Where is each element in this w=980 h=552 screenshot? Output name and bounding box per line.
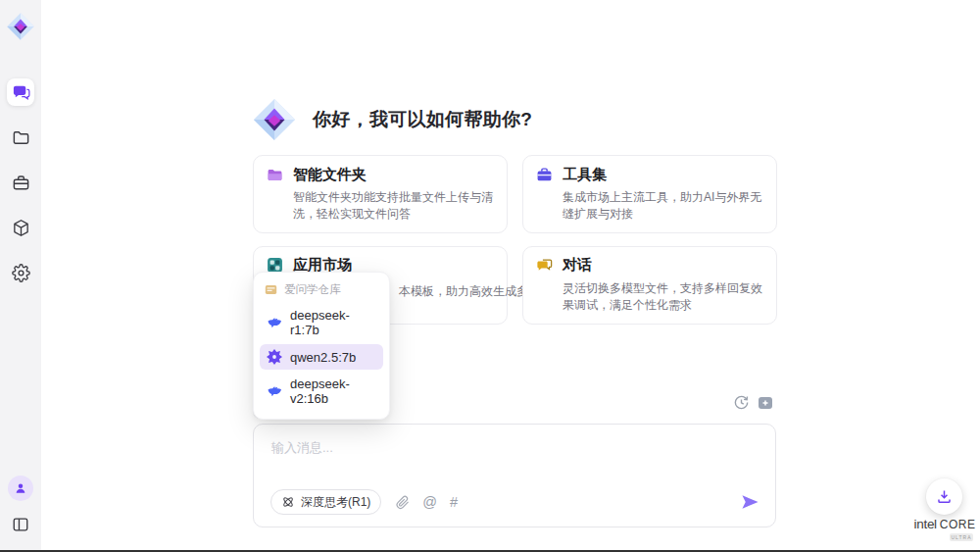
sidebar-item-chat[interactable] [7, 78, 34, 106]
send-icon [741, 494, 760, 510]
hash-icon[interactable]: # [450, 495, 458, 510]
gem-logo-icon [6, 11, 35, 42]
user-avatar[interactable] [8, 476, 33, 501]
card-smart-folder[interactable]: 智能文件夹 智能文件夹功能支持批量文件上传与清洗，轻松实现文件问答 [253, 155, 508, 233]
send-button[interactable] [741, 494, 760, 510]
model-option-label: qwen2.5:7b [290, 350, 356, 365]
greeting-text: 你好，我可以如何帮助你? [313, 107, 532, 132]
dialog-icon [536, 257, 553, 274]
app-window: 你好，我可以如何帮助你? 智能文件夹 智能文件夹功能支持批量文件上传与清洗，轻松… [0, 0, 980, 552]
new-chat-button[interactable] [758, 395, 773, 411]
chat-bubbles-icon [12, 83, 30, 102]
composer-toolbar: 深度思考(R1) @ # [270, 489, 760, 515]
paperclip-icon[interactable] [396, 495, 410, 510]
qwen-icon [267, 349, 282, 365]
deep-think-icon [281, 495, 295, 509]
chat-actions [733, 394, 773, 411]
card-title: 对话 [563, 256, 592, 275]
repository-icon [265, 283, 277, 296]
message-input[interactable] [254, 425, 775, 485]
deepseek-icon [267, 315, 282, 330]
sidebar-item-folders[interactable] [7, 124, 34, 151]
gear-icon [12, 264, 30, 282]
history-icon [733, 394, 750, 411]
history-button[interactable] [733, 394, 750, 411]
deep-think-toggle[interactable]: 深度思考(R1) [270, 489, 381, 515]
model-dropdown: 爱问学仓库 deepseek-r1:7b qwen2.5:7b [253, 272, 390, 420]
intel-sub-badge: ultra [950, 533, 973, 541]
briefcase-icon [12, 174, 30, 192]
intel-core-badge: intel core ultra [912, 517, 977, 541]
card-dialog[interactable]: 对话 灵活切换多模型文件，支持多样回复效果调试，满足个性化需求 [522, 246, 777, 325]
card-description: 灵活切换多模型文件，支持多样回复效果调试，满足个性化需求 [563, 280, 766, 315]
deepseek-icon [267, 383, 282, 399]
model-option-label: deepseek-v2:16b [290, 376, 376, 406]
download-icon [936, 488, 953, 505]
sidebar-nav [7, 78, 34, 286]
model-option-deepseek-v2[interactable]: deepseek-v2:16b [260, 372, 383, 411]
repository-label: 爱问学仓库 [284, 282, 341, 297]
panel-toggle-icon [12, 516, 29, 533]
sidebar [0, 0, 41, 550]
deep-think-label: 深度思考(R1) [301, 494, 370, 511]
core-wordmark: core [940, 518, 976, 531]
gem-logo-icon [252, 97, 297, 142]
panel-toggle-button[interactable] [7, 511, 34, 538]
sidebar-item-models[interactable] [7, 214, 34, 241]
model-option-qwen[interactable]: qwen2.5:7b [260, 344, 383, 370]
sidebar-item-settings[interactable] [7, 259, 34, 286]
card-description: 智能文件夹功能支持批量文件上传与清洗，轻松实现文件问答 [293, 189, 497, 224]
model-option-label: deepseek-r1:7b [290, 308, 376, 337]
smart-folder-icon [267, 167, 283, 183]
sidebar-bottom [7, 476, 34, 538]
app-logo [6, 10, 35, 43]
folder-icon [12, 128, 30, 147]
model-dropdown-header: 爱问学仓库 [260, 277, 383, 301]
composer-tools: @ # [396, 495, 458, 510]
message-composer: 深度思考(R1) @ # [253, 424, 776, 527]
greeting-header: 你好，我可以如何帮助你? [252, 97, 532, 142]
new-chat-icon [758, 395, 773, 411]
sidebar-item-toolbox[interactable] [7, 169, 34, 196]
card-description: 集成市场上主流工具，助力AI与外界无缝扩展与对接 [563, 189, 766, 224]
card-title: 智能文件夹 [293, 166, 367, 184]
card-title: 工具集 [563, 166, 607, 184]
card-description-partial: 本模板，助力高效生成多 [399, 283, 528, 300]
user-avatar-icon [14, 481, 27, 495]
card-toolkit[interactable]: 工具集 集成市场上主流工具，助力AI与外界无缝扩展与对接 [522, 155, 777, 233]
toolkit-icon [536, 167, 553, 183]
download-button[interactable] [926, 478, 962, 515]
model-option-deepseek-r1[interactable]: deepseek-r1:7b [260, 303, 383, 342]
intel-wordmark: intel [914, 517, 937, 531]
mention-icon[interactable]: @ [422, 495, 437, 510]
package-icon [12, 219, 30, 237]
